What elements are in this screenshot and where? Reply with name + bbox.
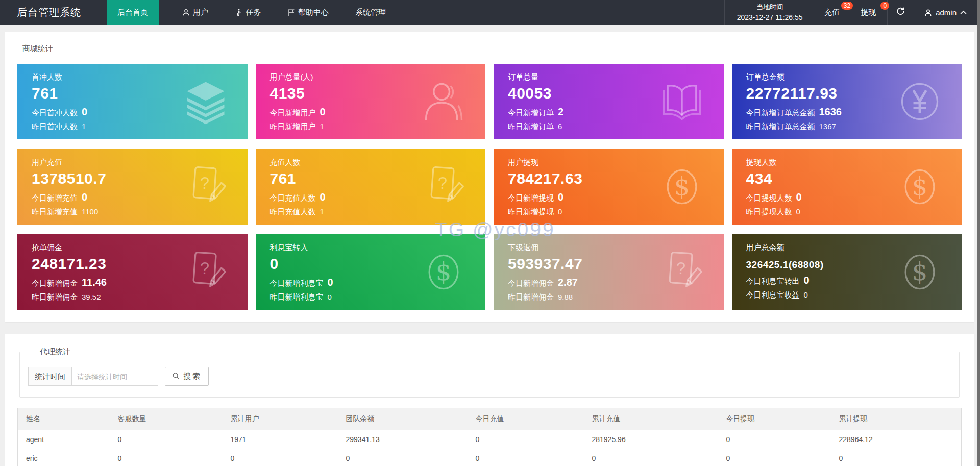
table-cell: 0 — [584, 449, 718, 466]
table-cell: 299341.13 — [338, 430, 468, 449]
card-yesterday-label: 昨日新增用户 — [270, 122, 316, 131]
card-yesterday-value: 1100 — [82, 207, 98, 216]
card-today-value: 0 — [82, 191, 87, 203]
walk-icon — [235, 9, 242, 16]
doc-icon: ? — [181, 162, 230, 211]
dollar-icon: $ — [895, 248, 944, 297]
card-today-label: 今日充值人数 — [270, 193, 316, 202]
agent-table: 姓名客服数量累计用户团队余额今日充值累计充值今日提现累计提现 agent0197… — [17, 408, 962, 466]
card-yesterday-value: 0 — [558, 207, 562, 216]
stat-card: 订单总金额 22772117.93 今日新增订单总金额1636 昨日新增订单总金… — [732, 64, 962, 139]
svg-text:?: ? — [438, 174, 447, 192]
stat-card: 下级返佣 593937.47 今日新增佣金2.87 昨日新增佣金9.88 ? — [494, 234, 724, 310]
svg-text:$: $ — [912, 257, 928, 286]
stat-card: 订单总量 40053 今日新增订单2 昨日新增订单6 — [494, 64, 724, 139]
layers-icon — [181, 77, 230, 126]
card-yesterday-label: 昨日新增订单 — [508, 122, 554, 131]
stats-section-title: 商城统计 — [17, 41, 962, 54]
card-today-label: 今日新增提现 — [508, 193, 554, 202]
column-header: 姓名 — [18, 408, 110, 430]
withdraw-badge: 0 — [880, 2, 889, 10]
local-time-block: 当地时间 2023-12-27 11:26:55 — [724, 0, 815, 25]
card-yesterday-label: 昨日提现人数 — [746, 207, 792, 216]
agent-table-body: agent01971299341.130281925.960228964.12e… — [18, 430, 962, 466]
nav-item-users[interactable]: 用户 — [179, 0, 211, 25]
card-today-value: 2 — [558, 106, 564, 117]
local-time-label: 当地时间 — [756, 2, 783, 12]
table-cell: 281925.96 — [584, 430, 718, 449]
card-today-label: 今日利息宝转出 — [746, 277, 800, 285]
topbar-right: 当地时间 2023-12-27 11:26:55 充值 32 提现 0 — [724, 0, 980, 25]
column-header: 累计充值 — [584, 408, 718, 430]
card-today-label: 今日新增用户 — [270, 108, 316, 117]
recharge-button[interactable]: 充值 32 — [815, 0, 851, 25]
card-today-value: 0 — [320, 191, 326, 203]
card-today-label: 今日新增利息宝 — [270, 279, 324, 287]
topbar: 后台管理系统 后台首页 用户 任务 帮助中心系统管理 当地时间 2023-12-… — [0, 0, 980, 25]
table-cell: eric — [18, 449, 110, 466]
flag-icon — [287, 9, 295, 16]
card-yesterday-value: 1 — [320, 207, 324, 216]
agent-fieldset: 代理统计 统计时间 搜索 — [19, 347, 960, 398]
table-cell: 0 — [468, 449, 584, 466]
card-yesterday-label: 昨日新增佣金 — [508, 292, 554, 301]
column-header: 今日充值 — [468, 408, 584, 430]
nav-item-home[interactable]: 后台首页 — [107, 0, 159, 25]
svg-text:$: $ — [436, 257, 452, 286]
nav-item-label: 后台首页 — [117, 8, 148, 17]
withdraw-label: 提现 — [861, 8, 876, 17]
agent-filter-row: 统计时间 搜索 — [28, 367, 951, 386]
stat-card: 充值人数 761 今日充值人数0 昨日充值人数1 ? — [256, 149, 486, 225]
stat-card: 利息宝转入 0 今日新增利息宝0 昨日新增利息宝0 $ — [256, 234, 486, 310]
card-today-label: 今日新增订单总金额 — [746, 108, 815, 117]
nav-item-system[interactable]: 系统管理 — [352, 0, 389, 25]
book-icon — [657, 77, 706, 126]
recharge-label: 充值 — [824, 8, 840, 17]
card-yesterday-value: 6 — [558, 122, 562, 131]
card-yesterday-value: 9.88 — [558, 292, 573, 301]
card-today-value: 11.46 — [82, 277, 107, 288]
nav-item-label: 用户 — [193, 8, 208, 17]
svg-text:?: ? — [200, 259, 209, 278]
search-button[interactable]: 搜索 — [165, 367, 209, 386]
user-menu[interactable]: admin — [914, 0, 980, 25]
card-today-value: 0 — [328, 277, 333, 288]
table-row: eric0000000 — [18, 449, 962, 466]
column-header: 今日提现 — [718, 408, 831, 430]
person-icon — [419, 77, 468, 126]
stat-card: 用户总量(人) 4135 今日新增用户0 昨日新增用户1 — [256, 64, 486, 139]
table-cell: 0 — [223, 449, 338, 466]
svg-text:$: $ — [912, 172, 928, 201]
user-icon — [924, 9, 932, 17]
card-today-label: 今日新增佣金 — [32, 279, 78, 287]
stat-time-input[interactable] — [71, 367, 158, 386]
card-yesterday-label: 昨日首冲人数 — [32, 122, 78, 131]
app-title: 后台管理系统 — [0, 0, 107, 25]
table-row: agent01971299341.130281925.960228964.12 — [18, 430, 962, 449]
search-icon — [172, 372, 180, 381]
table-cell: 0 — [468, 430, 584, 449]
scrollbar-thumb[interactable] — [977, 0, 980, 466]
nav-item-tasks[interactable]: 任务 — [232, 0, 264, 25]
card-yesterday-value: 1367 — [819, 122, 836, 131]
stat-card: 首冲人数 761 今日首冲人数0 昨日首冲人数1 — [17, 64, 248, 139]
main-nav: 后台首页 用户 任务 帮助中心系统管理 — [107, 0, 389, 25]
card-today-value: 0 — [82, 106, 87, 117]
table-cell: 0 — [110, 430, 223, 449]
card-today-label: 今日新增充值 — [32, 193, 78, 202]
card-yesterday-value: 0 — [804, 290, 808, 299]
refresh-button[interactable] — [887, 0, 914, 25]
nav-item-label: 任务 — [246, 8, 261, 17]
dollar-icon: $ — [657, 162, 706, 211]
card-today-label: 今日首冲人数 — [32, 108, 78, 117]
withdraw-button[interactable]: 提现 0 — [851, 0, 887, 25]
card-today-value: 0 — [796, 191, 802, 203]
stat-card: 提现人数 434 今日提现人数0 昨日提现人数0 $ — [732, 149, 962, 225]
card-today-value: 1636 — [819, 106, 842, 117]
card-today-label: 今日新增订单 — [508, 108, 554, 117]
nav-item-help[interactable]: 帮助中心 — [284, 0, 332, 25]
card-yesterday-value: 1 — [82, 122, 86, 131]
column-header: 累计提现 — [831, 408, 962, 430]
table-cell: 0 — [718, 449, 831, 466]
stat-time-label: 统计时间 — [28, 367, 71, 386]
